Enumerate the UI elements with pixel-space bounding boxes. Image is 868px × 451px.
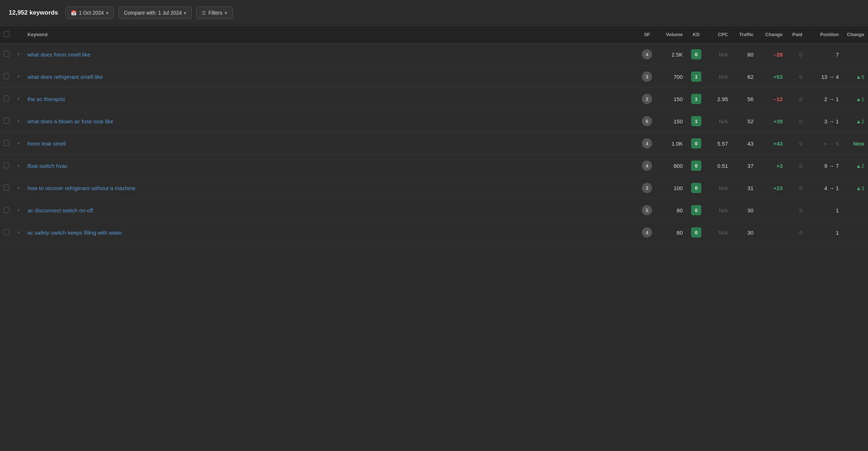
date-picker-button[interactable]: 📅 1 Oct 2024 ▾ xyxy=(65,7,114,19)
volume-cell: 100 xyxy=(657,177,686,199)
change-cell: +23 xyxy=(757,177,786,199)
kd-badge: 0 xyxy=(691,161,701,171)
header-pos-change: Change xyxy=(842,26,868,43)
cpc-cell: N/A xyxy=(706,66,732,88)
keyword-link[interactable]: what does freon smell like xyxy=(27,51,90,58)
toolbar: 12,952 keywords 📅 1 Oct 2024 ▾ Compare w… xyxy=(0,0,868,26)
row-checkbox[interactable] xyxy=(4,51,9,57)
volume-cell: 150 xyxy=(657,110,686,132)
traffic-cell: 37 xyxy=(732,155,757,177)
sf-badge: 2 xyxy=(642,94,652,104)
pos-change-cell xyxy=(842,43,868,66)
add-keyword-button[interactable]: + xyxy=(17,96,20,102)
keyword-link[interactable]: freon leak smell xyxy=(27,140,66,147)
keyword-link[interactable]: ac safety switch keeps filling with wate… xyxy=(27,230,122,236)
position-cell: 1 xyxy=(806,199,842,221)
calendar-icon: 📅 xyxy=(71,10,77,16)
sf-badge: 5 xyxy=(642,205,652,215)
table-row: +ac safety switch keeps filling with wat… xyxy=(0,221,868,244)
cpc-cell: N/A xyxy=(706,110,732,132)
chevron-down-icon: ▾ xyxy=(106,10,109,16)
row-checkbox[interactable] xyxy=(4,185,9,190)
keyword-link[interactable]: how to recover refrigerant without a mac… xyxy=(27,185,135,191)
keywords-table-wrap: Keyword SF Volume KD CPC Traffic Change … xyxy=(0,26,868,244)
row-checkbox[interactable] xyxy=(4,118,9,124)
add-keyword-button[interactable]: + xyxy=(17,229,20,235)
keyword-link[interactable]: the ac therapist xyxy=(27,96,65,102)
paid-cell: 0 xyxy=(786,155,806,177)
change-cell: +3 xyxy=(757,155,786,177)
add-keyword-button[interactable]: + xyxy=(17,162,20,169)
volume-cell: 150 xyxy=(657,88,686,110)
cpc-cell: N/A xyxy=(706,221,732,244)
keywords-count: 12,952 keywords xyxy=(9,9,58,16)
row-checkbox[interactable] xyxy=(4,162,9,168)
position-cell: × → 6 xyxy=(806,132,842,155)
volume-cell: 1.0K xyxy=(657,132,686,155)
position-cell: 4 → 1 xyxy=(806,177,842,199)
header-keyword: Keyword xyxy=(24,26,637,43)
position-cell: 7 xyxy=(806,43,842,66)
change-cell xyxy=(757,221,786,244)
chevron-down-icon: ▾ xyxy=(184,10,186,16)
kd-badge: 0 xyxy=(691,49,701,59)
row-checkbox[interactable] xyxy=(4,140,9,146)
cpc-cell: 5.57 xyxy=(706,132,732,155)
paid-cell: 0 xyxy=(786,88,806,110)
row-checkbox[interactable] xyxy=(4,229,9,235)
table-row: +what does refrigerant smell like37001N/… xyxy=(0,66,868,88)
volume-cell: 800 xyxy=(657,155,686,177)
position-cell: 2 → 1 xyxy=(806,88,842,110)
compare-button[interactable]: Compare with: 1 Jul 2024 ▾ xyxy=(119,7,192,19)
sf-badge: 4 xyxy=(642,138,652,149)
paid-cell: 0 xyxy=(786,66,806,88)
select-all-checkbox[interactable] xyxy=(4,31,9,37)
cpc-cell: N/A xyxy=(706,43,732,66)
traffic-cell: 43 xyxy=(732,132,757,155)
cpc-cell: 2.95 xyxy=(706,88,732,110)
header-traffic: Traffic xyxy=(732,26,757,43)
row-checkbox[interactable] xyxy=(4,96,9,101)
change-cell xyxy=(757,199,786,221)
keyword-link[interactable]: what does a blown ac fuse look like xyxy=(27,118,113,124)
keyword-link[interactable]: what does refrigerant smell like xyxy=(27,74,103,80)
paid-cell: 0 xyxy=(786,132,806,155)
table-row: +float switch hvac480000.5137+309 → 7▲2 xyxy=(0,155,868,177)
add-keyword-button[interactable]: + xyxy=(17,51,20,57)
table-row: +what does freon smell like42.5K0N/A80–2… xyxy=(0,43,868,66)
pos-change-cell: New xyxy=(842,132,868,155)
pos-change-cell: ▲1 xyxy=(842,88,868,110)
header-sf: SF xyxy=(637,26,657,43)
paid-cell: 0 xyxy=(786,221,806,244)
table-row: +how to recover refrigerant without a ma… xyxy=(0,177,868,199)
header-checkbox-col xyxy=(0,26,13,43)
kd-badge: 1 xyxy=(691,116,701,126)
volume-cell: 80 xyxy=(657,199,686,221)
traffic-cell: 31 xyxy=(732,177,757,199)
sf-badge: 3 xyxy=(642,72,652,82)
add-keyword-button[interactable]: + xyxy=(17,207,20,213)
keyword-link[interactable]: ac disconnect switch on-off xyxy=(27,207,93,213)
row-checkbox[interactable] xyxy=(4,207,9,213)
pos-change-cell: ▲9 xyxy=(842,66,868,88)
row-checkbox[interactable] xyxy=(4,73,9,79)
add-keyword-button[interactable]: + xyxy=(17,185,20,191)
cpc-cell: N/A xyxy=(706,177,732,199)
table-row: +what does a blown ac fuse look like6150… xyxy=(0,110,868,132)
change-cell: +43 xyxy=(757,132,786,155)
kd-badge: 0 xyxy=(691,205,701,215)
header-plus-col xyxy=(13,26,24,43)
filter-icon: ☰ xyxy=(202,10,206,16)
keyword-link[interactable]: float switch hvac xyxy=(27,163,67,169)
paid-cell: 0 xyxy=(786,43,806,66)
position-cell: 13 → 4 xyxy=(806,66,842,88)
add-keyword-button[interactable]: + xyxy=(17,118,20,124)
header-volume: Volume xyxy=(657,26,686,43)
filters-button[interactable]: ☰ Filters ▾ xyxy=(196,7,232,19)
chevron-down-icon: ▾ xyxy=(225,10,227,16)
add-keyword-button[interactable]: + xyxy=(17,140,20,146)
traffic-cell: 30 xyxy=(732,199,757,221)
add-keyword-button[interactable]: + xyxy=(17,73,20,80)
header-paid: Paid xyxy=(786,26,806,43)
pos-change-cell: ▲2 xyxy=(842,110,868,132)
